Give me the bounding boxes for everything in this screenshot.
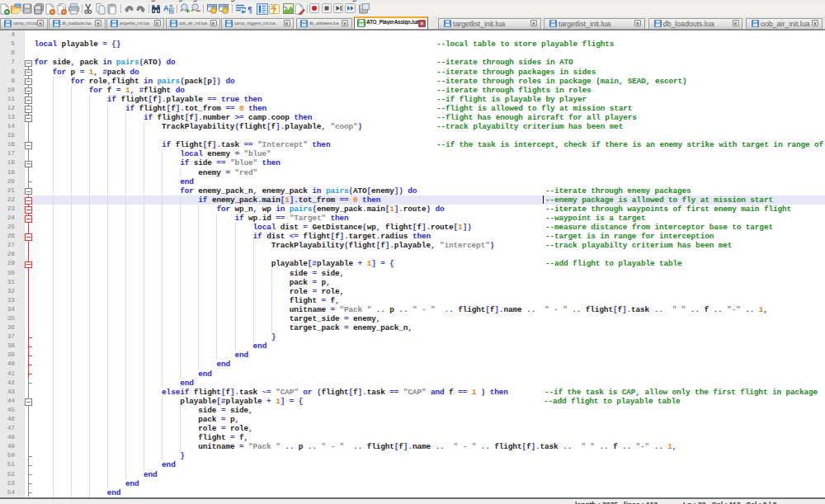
svg-text:A: A xyxy=(163,4,169,12)
svg-text:¶: ¶ xyxy=(248,5,252,14)
